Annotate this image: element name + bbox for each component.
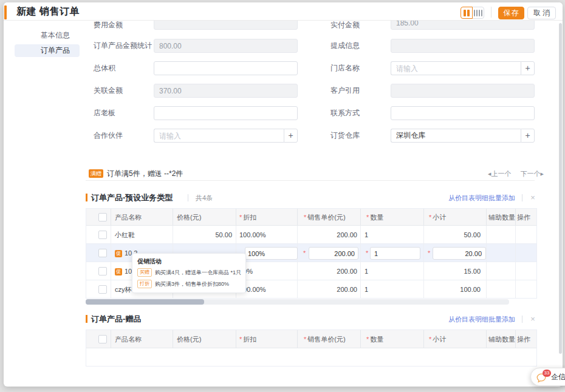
dialog-title: 新建 销售订单: [16, 2, 80, 21]
row1-price: 50.00: [173, 226, 236, 243]
checkbox-cell: [86, 280, 111, 298]
field-label-customer-reference: 客户引用: [330, 84, 360, 98]
row1-discount: 100.00%: [236, 226, 298, 243]
field-label-store-name: 门店名称: [330, 61, 360, 75]
section2-close-icon[interactable]: ×: [528, 313, 538, 326]
row4-unit-price: 200.00: [298, 280, 361, 298]
row1-unit-price: 200.00: [298, 226, 361, 243]
promo-pager: ◀上一个 下一个▶: [488, 167, 544, 180]
field-label-related-amount: 关联金额: [94, 84, 123, 98]
customer-reference-field[interactable]: [391, 84, 535, 98]
checkbox-cell: [86, 244, 111, 262]
col-header-subtotal: *小计: [424, 209, 487, 225]
table2-header-row: 产品名称 价格(元) *折扣 *销售单价(元) *数量 *小计 辅助数量 操作: [86, 330, 536, 348]
required-asterisk-icon: *: [428, 244, 430, 262]
col-header-discount: *折扣: [236, 330, 298, 348]
qixin-floating-widget[interactable]: 33 企信: [530, 368, 565, 386]
row2-unit-price-input[interactable]: [309, 247, 358, 260]
product-amount-total-field[interactable]: [154, 39, 298, 53]
col-header-unit-price: *销售单价(元): [298, 330, 361, 348]
required-asterisk-icon: *: [366, 244, 368, 262]
section2-title: 订单产品-赠品: [91, 313, 141, 326]
next-triangle-icon: ▶: [541, 172, 544, 176]
partner-field[interactable]: [154, 129, 284, 143]
aux-qty-cell: [487, 280, 516, 298]
row2-discount-input[interactable]: [245, 247, 298, 260]
col-header-actions: 操作: [516, 209, 538, 225]
two-column-icon: [464, 10, 466, 16]
order-warehouse-field[interactable]: [391, 129, 521, 143]
related-amount-field[interactable]: [154, 84, 298, 98]
col-header-subtotal: *小计: [424, 330, 487, 348]
section1-batch-add-link[interactable]: 从价目表明细批量添加: [445, 191, 515, 204]
unread-count-badge: 33: [543, 370, 551, 377]
promo-badge-icon: 促: [115, 250, 122, 257]
section1-close-icon[interactable]: ×: [528, 191, 538, 204]
sidebar-item-basic-info[interactable]: 基本信息: [15, 29, 80, 42]
cancel-button[interactable]: 取消: [527, 7, 556, 19]
four-column-icon-bar: [481, 10, 482, 16]
partner-add-button[interactable]: +: [284, 129, 298, 143]
row3-unit-price: 200.00: [298, 262, 361, 280]
store-name-add-button[interactable]: +: [521, 61, 535, 75]
col-header-actions: 操作: [516, 330, 538, 348]
section1-link-divider: [522, 194, 522, 201]
contact-info-field[interactable]: [391, 106, 535, 120]
required-asterisk-icon: *: [303, 244, 306, 262]
table1-hscrollbar-thumb[interactable]: [86, 299, 204, 305]
order-warehouse-add-button[interactable]: +: [521, 129, 535, 143]
title-accent-bar: [4, 5, 7, 19]
row2-aux-qty-cell: [487, 244, 516, 262]
section1-title: 订单产品-预设业务类型: [91, 191, 173, 204]
section1-title-divider: [188, 194, 188, 201]
promo-next-button[interactable]: 下一个▶: [521, 170, 544, 177]
row2-subtotal-input[interactable]: [433, 247, 486, 260]
row1-subtotal: 50.00: [424, 226, 487, 243]
sidebar-item-order-products[interactable]: 订单产品: [15, 44, 80, 57]
shop-owner-field[interactable]: [154, 106, 298, 120]
save-button[interactable]: 保存: [498, 7, 524, 19]
field-label-partner: 合作伙伴: [94, 129, 123, 143]
commission-info-field[interactable]: [391, 39, 535, 53]
checkbox-cell: [86, 330, 111, 348]
tooltip-line: 打折 购买满3件，销售单价折扣80%: [137, 280, 229, 288]
row1-qty: 1: [361, 226, 424, 243]
four-column-icon-bar: [479, 10, 480, 16]
col-header-unit-price: *销售单价(元): [298, 209, 361, 225]
buy-gift-text: 购买满4只，赠送单一仓库商品 *1只: [155, 269, 241, 277]
tooltip-line: 买赠 购买满4只，赠送单一仓库商品 *1只: [137, 268, 241, 277]
col-header-price: 价格(元): [173, 330, 236, 348]
four-column-layout-button[interactable]: [472, 7, 484, 19]
checkbox-cell: [86, 209, 111, 225]
row4-qty: 1: [361, 280, 424, 298]
section2-batch-add-link[interactable]: 从价目表明细批量添加: [445, 313, 515, 326]
aux-qty-cell: [487, 262, 516, 280]
header-divider: [491, 7, 491, 18]
col-header-qty: *数量: [361, 330, 424, 348]
section2-link-divider: [522, 316, 522, 323]
two-column-icon-bar: [467, 10, 470, 16]
col-header-qty: *数量: [361, 209, 424, 225]
row1-product-name: 小红鞋: [111, 226, 173, 243]
promo-prev-button[interactable]: ◀上一个: [488, 170, 511, 177]
row2-actions-cell: [516, 244, 538, 262]
table-row[interactable]: 小红鞋 50.00 100.00% 200.00 1 50.00: [86, 226, 536, 244]
field-label-order-warehouse: 订货仓库: [330, 129, 360, 143]
row4-subtotal: 100.00: [424, 280, 487, 298]
field-label-total-volume: 总体积: [94, 61, 115, 75]
total-volume-field[interactable]: [154, 61, 298, 75]
col-header-product-name: 产品名称: [111, 330, 173, 348]
field-label-contact-info: 联系方式: [330, 106, 360, 120]
store-name-field[interactable]: [391, 61, 521, 75]
promo-badge-icon: 促: [115, 268, 122, 275]
gift-products-table: 产品名称 价格(元) *折扣 *销售单价(元) *数量 *小计 辅助数量 操作: [86, 329, 537, 367]
section1-count: 共4条: [196, 191, 213, 204]
col-header-aux-qty: 辅助数量: [487, 209, 516, 225]
field-label-commission-info: 提成信息: [330, 39, 360, 53]
qixin-label: 企信: [551, 368, 565, 387]
dialog-vscrollbar-thumb[interactable]: [559, 23, 562, 354]
two-column-layout-button[interactable]: [461, 7, 473, 19]
dialog-header: 新建 销售订单 保存 取消: [4, 2, 563, 21]
new-sales-order-dialog: 基本信息 订单产品 费用金额 订单产品金额统计 总体积 关联金额 店老板 合作伙…: [4, 2, 563, 387]
row2-qty-input[interactable]: [370, 247, 420, 260]
